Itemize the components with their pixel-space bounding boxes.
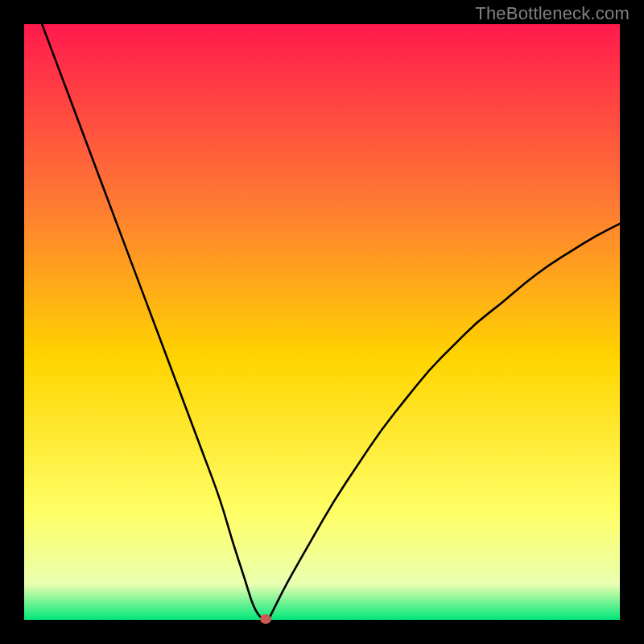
plot-background [24,24,620,620]
optimum-marker [260,614,271,624]
watermark-text: TheBottleneck.com [475,3,630,24]
bottleneck-chart [24,24,620,620]
chart-frame: TheBottleneck.com [0,0,644,644]
